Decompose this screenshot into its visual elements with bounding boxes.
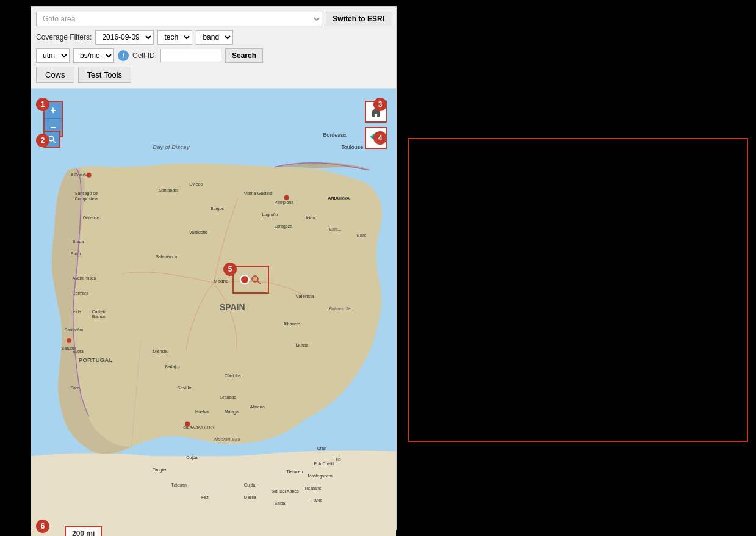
svg-text:Almería: Almería (250, 405, 265, 410)
badge-2: 2 (36, 134, 49, 147)
goto-area-select[interactable]: Goto area (36, 12, 322, 26)
svg-point-75 (252, 276, 258, 282)
svg-text:Compostela: Compostela (75, 197, 98, 201)
svg-text:Murcia: Murcia (296, 343, 309, 347)
toolbar: Goto area Switch to ESRI Coverage Filter… (31, 7, 396, 89)
svg-text:Bay of Biscay: Bay of Biscay (153, 143, 190, 150)
svg-text:Salamanca: Salamanca (156, 255, 177, 259)
svg-text:Setúbal: Setúbal (62, 346, 76, 350)
right-panel (408, 138, 748, 442)
svg-text:Seville: Seville (177, 385, 192, 391)
main-panel: Goto area Switch to ESRI Coverage Filter… (31, 6, 397, 530)
svg-text:Coimbra: Coimbra (73, 291, 88, 295)
date-select[interactable]: 2016-09-09 (95, 30, 154, 45)
svg-line-76 (257, 281, 261, 284)
svg-text:Oviedo: Oviedo (189, 182, 203, 186)
svg-text:Balearic Se...: Balearic Se... (329, 306, 355, 311)
svg-text:Saida: Saida (275, 501, 286, 505)
cell-id-label: Cell-ID: (132, 51, 157, 60)
madrid-marker (232, 266, 269, 294)
toolbar-row-1: Goto area Switch to ESRI (36, 12, 391, 26)
svg-text:SPAIN: SPAIN (220, 302, 245, 312)
svg-text:Tangier: Tangier (153, 468, 167, 473)
badge-3: 3 (373, 98, 387, 111)
svg-text:Huelva: Huelva (195, 410, 209, 414)
svg-text:Melilla: Melilla (244, 495, 256, 499)
map-container[interactable]: Bordeaux Toulouse Bay of Biscay ANDORRA … (31, 89, 396, 536)
svg-text:Tip: Tip (335, 457, 341, 462)
svg-point-63 (87, 173, 92, 178)
svg-text:Vitoria-Gasteiz: Vitoria-Gasteiz (244, 191, 272, 195)
toolbar-row-4: Cows Test Tools (36, 67, 391, 83)
band-select[interactable]: band (196, 30, 233, 45)
info-icon[interactable]: i (118, 50, 129, 61)
svg-point-70 (49, 136, 54, 141)
svg-text:Tétouan: Tétouan (171, 483, 187, 487)
cows-button[interactable]: Cows (36, 67, 74, 83)
marker-search-icon (251, 275, 262, 284)
svg-text:Lleida: Lleida (304, 215, 315, 220)
badge-4: 4 (373, 131, 387, 145)
svg-text:Granada: Granada (220, 395, 236, 399)
svg-text:Bordeaux: Bordeaux (323, 132, 347, 138)
svg-text:ANDORRA: ANDORRA (328, 196, 350, 200)
svg-text:Mostaganem: Mostaganem (308, 474, 332, 479)
map-svg: Bordeaux Toulouse Bay of Biscay ANDORRA … (31, 89, 396, 536)
toolbar-row-2: Coverage Filters: 2016-09-09 tech band (36, 30, 391, 45)
svg-text:Tlemcen: Tlemcen (287, 469, 303, 474)
cell-id-input[interactable] (160, 49, 221, 62)
map-background: Bordeaux Toulouse Bay of Biscay ANDORRA … (31, 89, 396, 536)
svg-text:Braga: Braga (73, 239, 84, 244)
svg-text:Toulouse: Toulouse (341, 144, 363, 150)
svg-text:Barc: Barc (356, 233, 366, 238)
svg-text:Burgos: Burgos (211, 206, 225, 211)
svg-text:Barc...: Barc... (329, 227, 341, 231)
svg-text:Castelo: Castelo (92, 310, 107, 314)
svg-text:Zaragoza: Zaragoza (275, 225, 293, 230)
toolbar-row-3: utm bs/mc i Cell-ID: Search (36, 48, 391, 63)
svg-point-62 (67, 338, 71, 343)
svg-text:Pamplona: Pamplona (275, 200, 294, 205)
madrid-dot (240, 275, 250, 284)
svg-text:Porto: Porto (71, 252, 81, 256)
search-button[interactable]: Search (225, 48, 263, 63)
badge-6: 6 (36, 520, 49, 533)
svg-line-71 (53, 140, 56, 143)
svg-point-65 (185, 421, 190, 426)
test-tools-button[interactable]: Test Tools (78, 67, 132, 83)
svg-text:Oujda: Oujda (186, 455, 198, 460)
svg-text:Valencia: Valencia (296, 294, 315, 299)
svg-text:Alboran Sea: Alboran Sea (213, 436, 240, 442)
svg-text:Madrid: Madrid (214, 278, 228, 284)
mode-select[interactable]: bs/mc (73, 48, 114, 63)
svg-text:Santiago de: Santiago de (75, 191, 98, 196)
coord-system-select[interactable]: utm (36, 48, 70, 63)
svg-text:Oran: Oran (317, 446, 326, 451)
svg-text:Leiria: Leiria (71, 310, 81, 314)
svg-text:Logroño: Logroño (262, 212, 278, 217)
svg-text:Oujda: Oujda (244, 483, 256, 488)
svg-text:Mérida: Mérida (153, 349, 168, 354)
badge-5: 5 (223, 263, 237, 276)
svg-text:PORTUGAL: PORTUGAL (79, 357, 113, 363)
svg-text:Fez: Fez (201, 495, 209, 499)
coverage-label: Coverage Filters: (36, 33, 92, 42)
switch-esri-button[interactable]: Switch to ESRI (326, 12, 391, 26)
svg-text:Valladolid: Valladolid (189, 230, 207, 234)
badge-1: 1 (36, 98, 49, 111)
scale-bar: 200 mi (65, 526, 102, 536)
svg-text:Badajoz: Badajoz (165, 364, 181, 369)
svg-text:Branco: Branco (92, 314, 106, 319)
svg-text:Ech Cheliff: Ech Cheliff (314, 462, 334, 466)
svg-point-64 (284, 195, 289, 200)
svg-text:Albacete: Albacete (284, 322, 300, 326)
svg-text:Santander: Santander (159, 188, 179, 192)
svg-text:Málaga: Málaga (225, 410, 239, 415)
svg-text:Sidi Bel Abbès: Sidi Bel Abbès (272, 489, 299, 493)
svg-text:Faro: Faro (71, 386, 79, 390)
svg-text:Córdoba: Córdoba (225, 374, 241, 378)
svg-text:Tiaret: Tiaret (311, 498, 322, 502)
svg-text:Ourense: Ourense (83, 215, 99, 220)
tech-select[interactable]: tech (157, 30, 192, 45)
svg-text:Relizane: Relizane (305, 486, 322, 490)
